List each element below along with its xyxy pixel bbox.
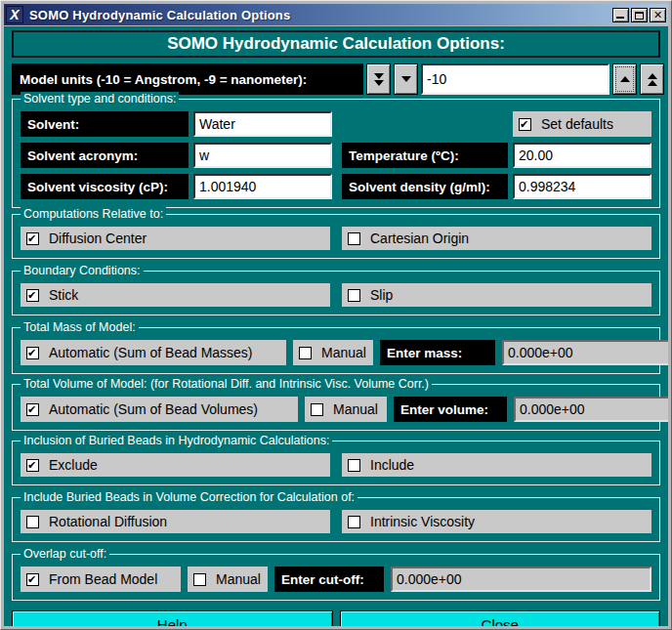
- mass-manual-label: Manual: [321, 345, 366, 360]
- close-dialog-button[interactable]: Close: [340, 610, 661, 626]
- solvent-viscosity-label: Solvent viscosity (cP):: [21, 174, 189, 199]
- rotational-diffusion-label: Rotational Diffusion: [49, 514, 167, 529]
- stick-checkbox[interactable]: Stick: [21, 283, 330, 307]
- down-arrow-button[interactable]: [394, 63, 418, 95]
- enter-mass-label: Enter mass:: [380, 340, 495, 365]
- solvent-label: Solvent:: [21, 111, 189, 137]
- intrinsic-viscosity-checkbox[interactable]: Intrinsic Viscosity: [342, 510, 651, 533]
- solvent-density-label: Solvent density (g/ml):: [342, 174, 508, 199]
- buried-beads-group-title: Inclusion of Buried Beads in Hydrodynami…: [21, 434, 332, 447]
- footer: Help Close: [12, 610, 660, 626]
- boundary-group: Boundary Conditions: Stick Slip: [12, 271, 660, 315]
- solvent-input[interactable]: [193, 111, 332, 137]
- window-title: SOMO Hydrodynamic Calculation Options: [29, 8, 612, 22]
- dialog-window: X SOMO Hydrodynamic Calculation Options …: [0, 0, 672, 630]
- checkbox-icon: [348, 459, 360, 472]
- volume-automatic-label: Automatic (Sum of Bead Volumes): [49, 401, 258, 417]
- boundary-group-title: Boundary Conditions:: [21, 264, 144, 277]
- solvent-group-title: Solvent type and conditions:: [21, 92, 179, 105]
- set-defaults-checkbox[interactable]: Set defaults: [513, 111, 651, 137]
- total-volume-group: Total Volume of Model: (for Rotational D…: [12, 384, 660, 431]
- volume-manual-checkbox[interactable]: Manual: [305, 397, 387, 422]
- checkbox-icon: [519, 118, 531, 131]
- model-units-input[interactable]: [421, 63, 609, 95]
- checkbox-icon: [26, 347, 39, 359]
- mass-automatic-label: Automatic (Sum of Bead Masses): [49, 345, 253, 360]
- enter-mass-input[interactable]: [502, 340, 668, 365]
- cartesian-origin-label: Cartesian Origin: [370, 231, 469, 246]
- solvent-group: Solvent type and conditions: Solvent: Se…: [12, 99, 660, 208]
- overlap-manual-checkbox[interactable]: Manual: [188, 567, 268, 592]
- help-button[interactable]: Help: [12, 610, 333, 626]
- set-defaults-label: Set defaults: [541, 116, 613, 132]
- solvent-acronym-input[interactable]: [193, 143, 332, 168]
- titlebar[interactable]: X SOMO Hydrodynamic Calculation Options …: [4, 4, 668, 25]
- checkbox-icon: [26, 289, 39, 302]
- solvent-viscosity-input[interactable]: [193, 174, 332, 199]
- from-bead-model-label: From Bead Model: [49, 571, 157, 587]
- diffusion-center-checkbox[interactable]: Diffusion Center: [21, 227, 330, 250]
- maximize-button[interactable]: [631, 8, 648, 22]
- close-button[interactable]: ✕: [650, 8, 666, 22]
- up-arrow-icon: [620, 76, 630, 82]
- include-checkbox[interactable]: Include: [342, 453, 651, 477]
- overlap-cutoff-group: Overlap cut-off: From Bead Model Manual …: [12, 554, 660, 601]
- down-arrow-icon: [401, 76, 411, 82]
- diffusion-center-label: Diffusion Center: [49, 231, 147, 246]
- computations-group: Computations Relative to: Diffusion Cent…: [12, 214, 660, 259]
- checkbox-icon: [26, 232, 39, 245]
- checkbox-icon: [299, 347, 312, 359]
- checkbox-icon: [26, 403, 39, 416]
- checkbox-icon: [348, 516, 360, 528]
- computations-group-title: Computations Relative to:: [21, 207, 166, 221]
- dialog-content: SOMO Hydrodynamic Calculation Options: M…: [4, 26, 668, 626]
- solvent-acronym-label: Solvent acronym:: [21, 143, 189, 168]
- up-arrow-button[interactable]: [612, 63, 637, 95]
- minimize-icon: [616, 17, 624, 19]
- slip-label: Slip: [370, 287, 393, 303]
- double-up-arrow-button[interactable]: [640, 63, 664, 95]
- model-units-row: Model units (-10 = Angstrom, -9 = nanome…: [12, 63, 660, 95]
- mass-manual-checkbox[interactable]: Manual: [293, 340, 373, 365]
- volume-manual-label: Manual: [333, 401, 378, 417]
- checkbox-icon: [348, 289, 360, 302]
- double-down-arrow-button[interactable]: [366, 63, 391, 95]
- slip-checkbox[interactable]: Slip: [342, 283, 651, 307]
- close-icon: ✕: [651, 9, 665, 21]
- exclude-label: Exclude: [49, 457, 98, 473]
- total-volume-group-title: Total Volume of Model: (for Rotational D…: [21, 377, 432, 391]
- enter-cutoff-input[interactable]: [391, 567, 651, 592]
- intrinsic-viscosity-label: Intrinsic Viscosity: [370, 514, 475, 529]
- page-title: SOMO Hydrodynamic Calculation Options:: [12, 30, 660, 58]
- volume-automatic-checkbox[interactable]: Automatic (Sum of Bead Volumes): [21, 397, 298, 422]
- solvent-density-input[interactable]: [513, 174, 651, 199]
- checkbox-icon: [26, 459, 39, 472]
- double-down-arrow-icon: [374, 73, 384, 79]
- from-bead-model-checkbox[interactable]: From Bead Model: [21, 567, 181, 592]
- enter-volume-input[interactable]: [514, 397, 668, 422]
- total-mass-group-title: Total Mass of Model:: [21, 320, 139, 334]
- x11-logo-icon: X: [6, 6, 23, 23]
- checkbox-icon: [348, 232, 360, 245]
- checkbox-icon: [193, 573, 206, 586]
- mass-automatic-checkbox[interactable]: Automatic (Sum of Bead Masses): [21, 340, 286, 365]
- overlap-manual-label: Manual: [216, 571, 261, 587]
- overlap-cutoff-group-title: Overlap cut-off:: [21, 547, 109, 561]
- temperature-input[interactable]: [513, 143, 651, 168]
- stick-label: Stick: [49, 287, 78, 303]
- buried-beads-group: Inclusion of Buried Beads in Hydrodynami…: [12, 441, 660, 485]
- maximize-icon: [635, 12, 644, 20]
- cartesian-origin-checkbox[interactable]: Cartesian Origin: [342, 227, 651, 250]
- include-label: Include: [370, 457, 414, 473]
- temperature-label: Temperature (ºC):: [342, 143, 508, 168]
- total-mass-group: Total Mass of Model: Automatic (Sum of B…: [12, 327, 660, 374]
- double-up-arrow-icon: [648, 73, 657, 79]
- enter-volume-label: Enter volume:: [394, 397, 507, 422]
- checkbox-icon: [26, 573, 39, 586]
- rotational-diffusion-checkbox[interactable]: Rotational Diffusion: [21, 510, 330, 533]
- volume-correction-group-title: Include Buried Beads in Volume Correctio…: [21, 490, 357, 504]
- checkbox-icon: [311, 403, 323, 416]
- exclude-checkbox[interactable]: Exclude: [21, 453, 330, 477]
- minimize-button[interactable]: [612, 8, 629, 22]
- volume-correction-group: Include Buried Beads in Volume Correctio…: [12, 497, 660, 542]
